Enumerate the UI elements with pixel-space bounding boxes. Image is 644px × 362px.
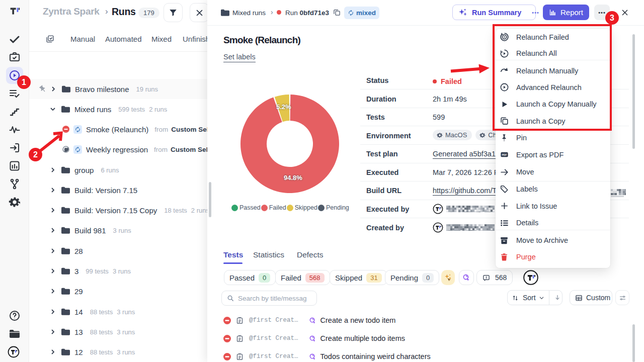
svg-text:PDF: PDF bbox=[502, 154, 507, 156]
